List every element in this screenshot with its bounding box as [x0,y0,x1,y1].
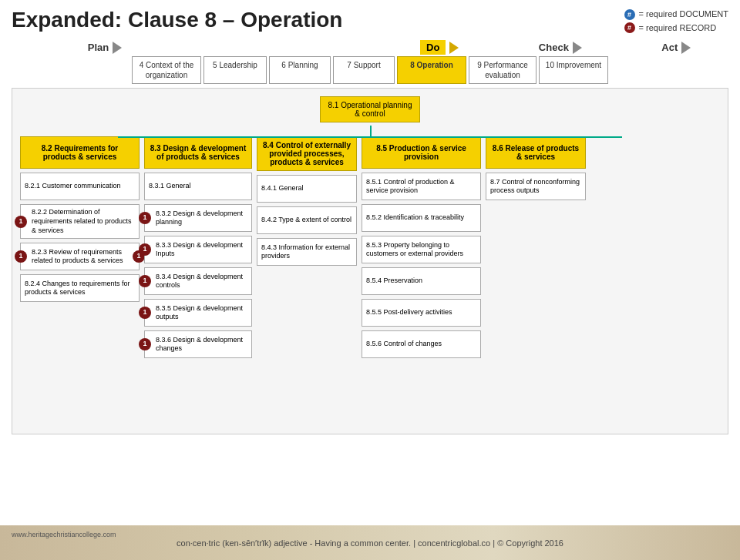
cell-87: 8.7 Control of nonconforming process out… [486,173,586,200]
cell-821: 8.2.1 Customer communication [20,173,140,200]
record-label: = required RECORD [639,22,717,35]
cell-824: 8.2.4 Changes to requirements for produc… [20,274,140,302]
col4-header: 8.5 Production & service provision [362,136,481,169]
footer-url: www.heritagechristiancollege.com [12,531,116,538]
op-planning-label: 8.1 Operational planning & control [328,101,412,118]
document-icon: # [624,9,635,20]
operational-planning-box: 8.1 Operational planning & control [320,96,420,122]
col3-header: 8.4 Control of externally provided proce… [257,136,357,171]
legend: # = required DOCUMENT # = required RECOR… [624,8,728,35]
document-label: = required DOCUMENT [639,8,728,22]
cell-822: 1 8.2.2 Determination of requirements re… [20,204,140,239]
cell-841: 8.4.1 General [257,175,357,203]
do-arrow-icon [449,42,459,54]
footer-tagline: con·cen·tric (ken-sĕn′trĭk) adjective - … [177,538,563,548]
connector-h1 [118,136,622,138]
page-title: Expanded: Clause 8 – Operation [12,8,342,32]
tab-8-operation[interactable]: 8 Operation [397,56,466,84]
tab-9-performance[interactable]: 9 Performance evaluation [469,56,536,84]
phase-header-row: Plan Do Check Act [0,39,740,56]
cell-831: 8.3.1 General [144,173,252,200]
col-3-externally: 8.4 Control of externally provided proce… [257,136,357,358]
phase-plan-label: Plan [88,42,109,53]
phase-do: Do [420,40,459,55]
tab-4-context[interactable]: 4 Context of the organization [132,56,201,84]
tab-7-support[interactable]: 7 Support [333,56,395,84]
record-badge-834: 1 [139,275,151,287]
col-4-production: 8.5 Production & service provision 8.5.1… [362,136,481,358]
record-badge-835: 1 [139,307,151,319]
cell-835: 1 8.3.5 Design & development outputs [144,299,252,327]
phase-check: Check [539,42,582,54]
cell-853: 8.5.3 Property belonging to customers or… [362,236,481,263]
cell-834: 1 8.3.4 Design & development controls [144,267,252,295]
legend-record: # = required RECORD [624,22,728,35]
cell-823: 1 8.2.3 Review of requirements related t… [20,243,140,270]
cell-856: 8.5.6 Control of changes [362,330,481,358]
cell-833: 1 8.3.3 Design & development Inputs [144,236,252,263]
cell-843: 8.4.3 Information for external providers [257,238,357,266]
cell-855: 8.5.5 Post-delivery activities [362,299,481,327]
record-badge-822: 1 [15,216,27,228]
cell-851: 8.5.1 Control of production & service pr… [362,173,481,200]
tab-5-leadership[interactable]: 5 Leadership [204,56,267,84]
col5-header: 8.6 Release of products & services [486,136,586,169]
record-badge-832: 1 [139,212,151,224]
col-1-requirements: 8.2 Requirements for products & services… [20,136,140,358]
plan-arrow-icon [113,42,122,54]
phase-act-label: Act [661,42,678,53]
connector-v1 [370,126,372,137]
tab-10-improvement[interactable]: 10 Improvement [539,56,608,84]
columns-wrapper: 8.2 Requirements for products & services… [20,136,720,358]
check-arrow-icon [573,42,582,54]
record-badge-833: 1 [139,243,151,256]
legend-document: # = required DOCUMENT [624,8,728,22]
col1-header: 8.2 Requirements for products & services [20,136,140,169]
cell-832: 1 8.3.2 Design & development planning [144,204,252,232]
page-container: Expanded: Clause 8 – Operation # = requi… [0,0,740,560]
cell-854: 8.5.4 Preservation [362,267,481,295]
cell-842: 8.4.2 Type & extent of control [257,206,357,234]
col-2-design: 8.3 Design & development of products & s… [144,136,252,358]
record-icon: # [624,22,635,33]
phase-act: Act [661,42,691,54]
diagram-area: 8.1 Operational planning & control 8.2 R… [12,88,728,434]
record-badge-836: 1 [139,338,151,350]
phase-plan: Plan [49,42,122,54]
header: Expanded: Clause 8 – Operation # = requi… [0,0,740,39]
top-section: 8.1 Operational planning & control [20,96,720,130]
col2-header: 8.3 Design & development of products & s… [144,136,252,169]
cell-852: 8.5.2 Identification & traceability [362,204,481,232]
tab-6-planning[interactable]: 6 Planning [269,56,331,84]
cell-836: 1 8.3.6 Design & development changes [144,330,252,358]
phase-do-label: Do [420,40,446,55]
tab-row: 4 Context of the organization 5 Leadersh… [0,56,740,88]
phase-check-label: Check [539,42,569,53]
col-5-release: 8.6 Release of products & services 8.7 C… [486,136,586,358]
act-arrow-icon [681,42,691,54]
footer: www.heritagechristiancollege.com con·cen… [0,525,740,560]
record-badge-823-left: 1 [15,250,27,263]
